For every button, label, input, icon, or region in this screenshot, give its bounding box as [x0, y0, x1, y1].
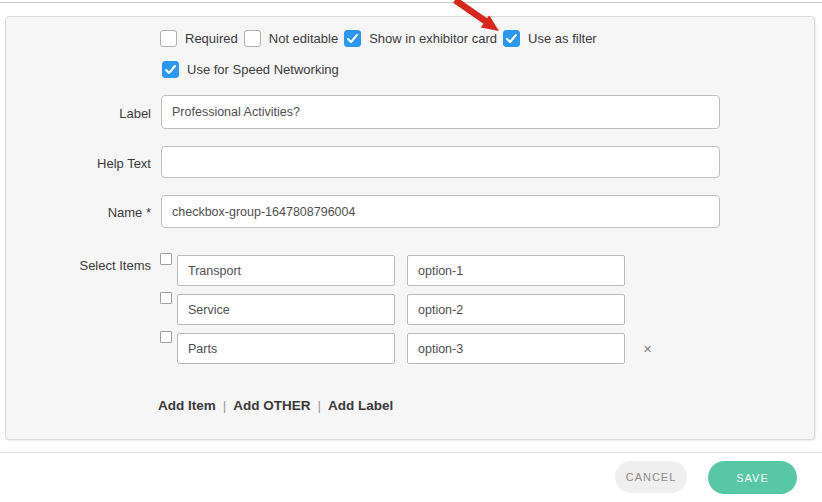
footer-divider [0, 452, 822, 453]
select-item-checkbox-3[interactable] [160, 331, 172, 343]
cancel-button[interactable]: CANCEL [615, 461, 687, 493]
checkbox-not-editable[interactable]: Not editable [244, 30, 338, 47]
select-item-value-3[interactable] [407, 333, 625, 364]
add-other-link[interactable]: Add OTHER [233, 398, 310, 413]
help-text-input[interactable] [161, 146, 720, 178]
select-item-text-3[interactable] [177, 333, 395, 364]
form-field-editor: { "colors": { "accent_blue": "#2b96f3", … [0, 0, 822, 502]
select-item-value-2[interactable] [407, 294, 625, 325]
checkbox-box-unchecked[interactable] [160, 30, 177, 47]
checkbox-label[interactable]: Use for Speed Networking [187, 62, 339, 77]
name-input[interactable] [161, 195, 720, 228]
select-item-text-1[interactable] [177, 255, 395, 286]
checkbox-use-as-filter[interactable]: Use as filter [503, 30, 597, 47]
select-item-checkbox-1[interactable] [160, 253, 172, 265]
add-item-link[interactable]: Add Item [158, 398, 216, 413]
label-field-label: Label [0, 106, 151, 121]
red-arrow-annotation-icon [447, 0, 507, 34]
add-links-row: Add Item | Add OTHER | Add Label [158, 398, 393, 413]
checkbox-required[interactable]: Required [160, 30, 238, 47]
link-separator: | [318, 398, 322, 413]
select-item-checkbox-2[interactable] [160, 292, 172, 304]
select-items-label: Select Items [0, 258, 151, 273]
field-settings-panel [5, 16, 815, 440]
link-separator: | [223, 398, 227, 413]
options-row-1: Required Not editable Show in exhibitor … [160, 30, 603, 47]
save-button[interactable]: SAVE [708, 461, 797, 494]
checkbox-label[interactable]: Use as filter [528, 31, 597, 46]
select-item-text-2[interactable] [177, 294, 395, 325]
add-label-link[interactable]: Add Label [328, 398, 393, 413]
checkbox-use-for-speed-networking[interactable]: Use for Speed Networking [162, 61, 339, 78]
label-input[interactable] [161, 95, 720, 129]
checkbox-box-checked[interactable] [162, 61, 179, 78]
options-row-2: Use for Speed Networking [162, 61, 345, 78]
help-text-field-label: Help Text [0, 156, 151, 171]
checkbox-label[interactable]: Not editable [269, 31, 338, 46]
checkbox-box-unchecked[interactable] [244, 30, 261, 47]
name-field-label: Name * [0, 205, 151, 220]
checkbox-box-checked[interactable] [344, 30, 361, 47]
remove-option-icon[interactable]: ✕ [643, 344, 652, 355]
select-item-value-1[interactable] [407, 255, 625, 286]
checkmark-icon [505, 32, 518, 45]
checkmark-icon [164, 63, 177, 76]
checkbox-label[interactable]: Required [185, 31, 238, 46]
checkmark-icon [346, 32, 359, 45]
top-divider [0, 2, 822, 3]
